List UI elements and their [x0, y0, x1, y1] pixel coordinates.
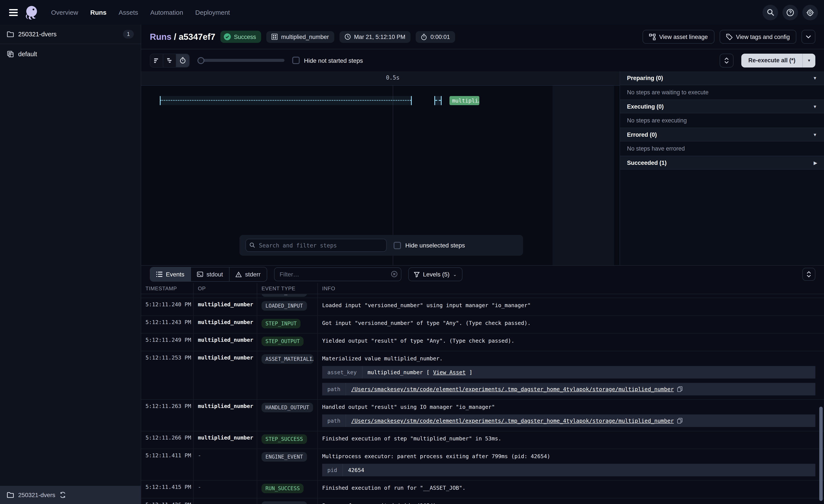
table-row[interactable]: 5:12:11.243 PMmultiplied_numberSTEP_INPU… — [141, 316, 824, 334]
levels-filter-button[interactable]: Levels (5) ⌄ — [408, 267, 462, 281]
section-header-errored[interactable]: Errored (0)▼ — [620, 128, 824, 141]
path-link[interactable]: /Users/smackesey/stm/code/elementl/exper… — [351, 386, 674, 392]
event-type-cell: ENGINE_EVENT — [257, 498, 318, 504]
events-table-header: TIMESTAMPOPEVENT TYPEINFO — [141, 283, 824, 294]
expand-events-button[interactable] — [802, 268, 815, 281]
table-row[interactable]: 5:12:11.240 PMmultiplied_numberLOADED_IN… — [141, 298, 824, 316]
nav-item-overview[interactable]: Overview — [51, 9, 78, 16]
hamburger-menu-icon[interactable] — [6, 5, 21, 20]
nav-item-runs[interactable]: Runs — [90, 9, 107, 16]
help-button[interactable] — [783, 5, 798, 20]
nav-item-automation[interactable]: Automation — [150, 9, 183, 16]
event-type-badge: ASSET_MATERIALI… — [262, 354, 313, 364]
timing-view-button[interactable] — [176, 54, 189, 67]
gantt-chart: 0.5s multipli… — [141, 72, 620, 265]
gantt-search-overlay: Hide unselected steps — [239, 235, 523, 256]
table-row[interactable]: 5:12:11.411 PM-ENGINE_EVENTMultiprocess … — [141, 449, 824, 481]
events-filter-input[interactable] — [274, 267, 401, 281]
header-more-dropdown-button[interactable] — [802, 30, 815, 44]
breadcrumb-runs-link[interactable]: Runs — [150, 32, 172, 41]
table-row[interactable]: 5:12:11.415 PM-RUN_SUCCESSFinished execu… — [141, 481, 824, 498]
search-button[interactable] — [762, 5, 778, 20]
info-cell: Finished execution of step "multiplied_n… — [318, 431, 824, 449]
table-row[interactable]: 5:12:11.426 PM-ENGINE_EVENTProcess for r… — [141, 498, 824, 504]
gantt-chart-area[interactable]: multipli… Hide unselected steps — [141, 86, 620, 265]
refresh-icon[interactable] — [60, 492, 66, 498]
copy-icon[interactable] — [677, 418, 683, 423]
metadata-entry-path: path/Users/smackesey/stm/code/elementl/e… — [322, 383, 815, 395]
list-icon — [156, 272, 163, 277]
tab-stdout[interactable]: stdout — [191, 267, 229, 281]
column-header-info: INFO — [318, 283, 824, 294]
timestamp-cell: 5:12:11.415 PM — [141, 481, 194, 498]
gantt-view-mode-group — [150, 53, 190, 67]
clear-filter-icon[interactable] — [391, 271, 398, 277]
events-scrollbar[interactable] — [819, 407, 823, 501]
view-tags-config-button[interactable]: View tags and config — [719, 30, 796, 44]
gantt-step-bar[interactable]: multipli… — [449, 96, 479, 105]
flat-view-button[interactable] — [150, 54, 163, 67]
step-search-input[interactable] — [245, 239, 387, 252]
dagster-logo[interactable] — [23, 4, 40, 20]
gantt-overflow-band — [552, 86, 614, 265]
path-link[interactable]: /Users/smackesey/stm/code/elementl/exper… — [351, 417, 674, 424]
waterfall-view-button[interactable] — [163, 54, 176, 67]
tab-stderr[interactable]: stderr — [229, 267, 267, 281]
hide-unselected-checkbox-row[interactable]: Hide unselected steps — [394, 242, 465, 249]
nav-item-assets[interactable]: Assets — [119, 9, 138, 16]
sidebar-footer[interactable]: 250321-dvers — [0, 486, 141, 504]
metadata-value: 42654 — [343, 464, 369, 476]
table-row[interactable]: 5:12:11.253 PMmultiplied_numberASSET_MAT… — [141, 351, 824, 400]
hide-not-started-checkbox-row[interactable]: Hide not started steps — [292, 57, 363, 64]
info-text: Yielded output "result" of type "Any". (… — [322, 337, 820, 344]
info-text: Got input "versioned_number" of type "An… — [322, 319, 820, 326]
sidebar-repo-item[interactable]: 250321-dvers 1 — [0, 25, 141, 44]
op-cell: - — [194, 498, 257, 504]
flat-view-icon — [153, 57, 160, 64]
column-header-event-type: EVENT TYPE — [257, 283, 318, 294]
metadata-entry-path: path/Users/smackesey/stm/code/elementl/e… — [322, 414, 815, 427]
search-icon — [766, 9, 774, 16]
asset-group-icon — [7, 50, 14, 57]
section-header-preparing[interactable]: Preparing (0)▼ — [620, 72, 824, 85]
nav-item-deployment[interactable]: Deployment — [195, 9, 230, 16]
dagster-run-page: OverviewRunsAssetsAutomationDeployment 2… — [0, 0, 824, 504]
expand-vertical-icon — [807, 271, 811, 277]
caret-down-icon: ▼ — [813, 132, 817, 137]
metadata-key: path — [322, 383, 346, 395]
section-header-executing[interactable]: Executing (0)▼ — [620, 100, 824, 113]
reexecute-all-button[interactable]: Re-execute all (*) — [741, 53, 802, 67]
section-header-succeeded[interactable]: Succeeded (1)▶ — [620, 156, 824, 169]
copy-icon[interactable] — [677, 386, 683, 392]
sidebar-group-item[interactable]: default — [0, 44, 141, 64]
gantt-waiting-band — [160, 96, 412, 105]
op-cell: multiplied_number — [194, 334, 257, 351]
expand-panel-button[interactable] — [720, 53, 733, 67]
table-row[interactable]: 5:12:11.249 PMmultiplied_numberSTEP_OUTP… — [141, 334, 824, 351]
run-id: a5347ef7 — [179, 32, 215, 41]
event-type-badge: HANDLED_OUTPUT — [262, 403, 313, 412]
event-type-cell: STEP_OUTPUT — [257, 334, 318, 351]
gantt-zoom-slider[interactable] — [197, 56, 285, 64]
asset-chip[interactable]: multiplied_number — [267, 31, 334, 43]
tab-events[interactable]: Events — [150, 267, 191, 281]
hide-unselected-checkbox[interactable] — [394, 242, 401, 249]
table-row[interactable]: 5:12:11.266 PMmultiplied_numberSTEP_SUCC… — [141, 431, 824, 449]
table-row[interactable]: 5:12:11.263 PMmultiplied_numberHANDLED_O… — [141, 400, 824, 431]
terminal-icon — [197, 272, 203, 277]
settings-button[interactable] — [802, 5, 818, 20]
table-row-partial: LOADED_INPUT — [141, 294, 824, 298]
view-asset-link[interactable]: View Asset — [433, 369, 466, 376]
reexecute-dropdown-button[interactable]: ▾ — [802, 53, 815, 67]
view-asset-lineage-button[interactable]: View asset lineage — [643, 30, 714, 44]
op-cell: multiplied_number — [194, 431, 257, 449]
info-text: Loaded input "versioned_number" using in… — [322, 301, 820, 308]
duration-chip: 0:00:01 — [416, 31, 455, 43]
timestamp-cell: 5:12:11.243 PM — [141, 316, 194, 333]
waterfall-view-icon — [167, 57, 173, 64]
metadata-entry-pid: pid42654 — [322, 464, 815, 476]
slider-knob[interactable] — [197, 57, 204, 64]
expand-vertical-icon — [724, 57, 729, 64]
info-cell: Yielded output "result" of type "Any". (… — [318, 334, 824, 351]
hide-not-started-checkbox[interactable] — [292, 57, 300, 64]
